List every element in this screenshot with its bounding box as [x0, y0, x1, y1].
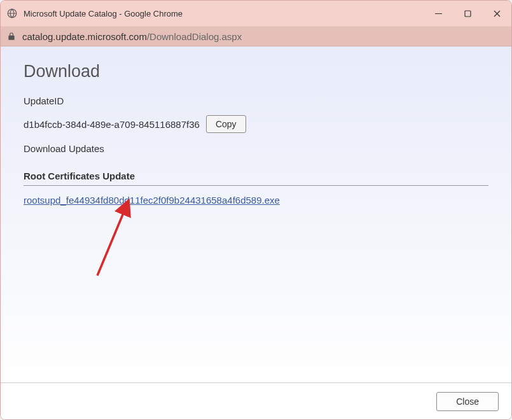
titlebar: Microsoft Update Catalog - Google Chrome — [1, 1, 511, 26]
globe-icon — [6, 7, 18, 20]
close-button[interactable]: Close — [436, 392, 499, 411]
close-window-button[interactable] — [482, 1, 511, 26]
url-domain: catalog.update.microsoft.com — [22, 31, 147, 42]
address-bar[interactable]: catalog.update.microsoft.com/DownloadDia… — [1, 26, 511, 46]
maximize-button[interactable] — [453, 1, 482, 26]
minimize-button[interactable] — [424, 1, 453, 26]
browser-window: Microsoft Update Catalog - Google Chrome… — [0, 0, 512, 420]
download-link[interactable]: rootsupd_fe44934fd80dd11fec2f0f9b2443165… — [24, 195, 280, 206]
svg-rect-2 — [465, 11, 471, 17]
updateid-label: UpdateID — [24, 95, 488, 106]
section-title: Root Certificates Update — [24, 171, 488, 186]
copy-button[interactable]: Copy — [206, 115, 246, 133]
window-title: Microsoft Update Catalog - Google Chrome — [24, 9, 424, 18]
page-heading: Download — [24, 62, 488, 81]
annotation-arrow — [90, 193, 141, 282]
updateid-row: d1b4fccb-384d-489e-a709-845116887f36 Cop… — [24, 115, 488, 133]
window-controls — [424, 1, 511, 26]
url-path: /DownloadDialog.aspx — [147, 31, 242, 42]
download-updates-label: Download Updates — [24, 143, 488, 154]
page-content: Download UpdateID d1b4fccb-384d-489e-a70… — [1, 46, 511, 382]
url-text: catalog.update.microsoft.com/DownloadDia… — [22, 31, 242, 42]
footer-bar: Close — [1, 382, 511, 419]
lock-icon — [7, 32, 16, 41]
svg-line-5 — [97, 202, 128, 276]
updateid-value: d1b4fccb-384d-489e-a709-845116887f36 — [24, 119, 200, 130]
